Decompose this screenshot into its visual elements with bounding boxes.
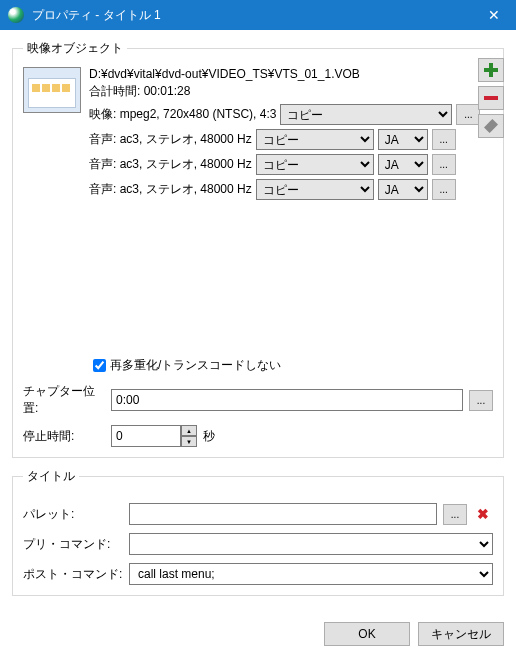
spinner-up-icon[interactable]: ▲	[181, 425, 197, 436]
audio1-codec-select[interactable]: コピー	[256, 129, 374, 150]
plus-icon	[484, 63, 498, 77]
post-command-select[interactable]: call last menu;	[129, 563, 493, 585]
chapter-pos-button[interactable]: ...	[469, 390, 493, 411]
duration-label: 合計時間: 00:01:28	[89, 83, 493, 100]
audio1-options-button[interactable]: ...	[432, 129, 456, 150]
window-title: プロパティ - タイトル 1	[32, 7, 471, 24]
audio1-format-label: 音声: ac3, ステレオ, 48000 Hz	[89, 131, 252, 148]
palette-label: パレット:	[23, 506, 123, 523]
post-command-label: ポスト・コマンド:	[23, 566, 123, 583]
pause-time-label: 停止時間:	[23, 428, 105, 445]
ok-button[interactable]: OK	[324, 622, 410, 646]
audio2-codec-select[interactable]: コピー	[256, 154, 374, 175]
close-icon[interactable]: ✕	[471, 0, 516, 30]
cancel-button[interactable]: キャンセル	[418, 622, 504, 646]
audio3-format-label: 音声: ac3, ステレオ, 48000 Hz	[89, 181, 252, 198]
title-group: タイトル パレット: ... ✖ プリ・コマンド: ポスト・コマンド: call…	[12, 468, 504, 596]
pre-command-select[interactable]	[129, 533, 493, 555]
empty-list-area	[23, 200, 493, 350]
title-bar: プロパティ - タイトル 1 ✕	[0, 0, 516, 30]
video-format-label: 映像: mpeg2, 720x480 (NTSC), 4:3	[89, 106, 276, 123]
video-options-button[interactable]: ...	[456, 104, 480, 125]
audio2-lang-select[interactable]: JA	[378, 154, 428, 175]
video-thumbnail[interactable]	[23, 67, 81, 113]
app-icon	[8, 7, 24, 23]
palette-browse-button[interactable]: ...	[443, 504, 467, 525]
palette-clear-button[interactable]: ✖	[473, 504, 493, 524]
audio2-options-button[interactable]: ...	[432, 154, 456, 175]
no-remux-label: 再多重化/トランスコードしない	[110, 357, 281, 374]
wrench-icon	[484, 119, 498, 133]
chapter-pos-input[interactable]	[111, 389, 463, 411]
audio3-codec-select[interactable]: コピー	[256, 179, 374, 200]
pause-time-spinner[interactable]: ▲ ▼	[111, 425, 197, 447]
pause-time-unit: 秒	[203, 428, 215, 445]
pause-time-input[interactable]	[111, 425, 181, 447]
remove-button[interactable]	[478, 86, 504, 110]
palette-input[interactable]	[129, 503, 437, 525]
chapter-pos-label: チャプター位置:	[23, 383, 105, 417]
audio1-lang-select[interactable]: JA	[378, 129, 428, 150]
properties-button[interactable]	[478, 114, 504, 138]
x-icon: ✖	[477, 506, 489, 522]
video-codec-select[interactable]: コピー	[280, 104, 452, 125]
file-path: D:¥dvd¥vital¥dvd-out¥VIDEO_TS¥VTS_01_1.V…	[89, 67, 493, 81]
title-legend: タイトル	[23, 468, 79, 485]
minus-icon	[484, 96, 498, 100]
pre-command-label: プリ・コマンド:	[23, 536, 123, 553]
audio3-options-button[interactable]: ...	[432, 179, 456, 200]
add-button[interactable]	[478, 58, 504, 82]
video-object-legend: 映像オブジェクト	[23, 40, 127, 57]
no-remux-checkbox[interactable]	[93, 359, 106, 372]
spinner-down-icon[interactable]: ▼	[181, 436, 197, 447]
video-object-group: 映像オブジェクト D:¥dvd¥vital¥dvd-out¥VIDEO_TS¥V…	[12, 40, 504, 458]
audio2-format-label: 音声: ac3, ステレオ, 48000 Hz	[89, 156, 252, 173]
audio3-lang-select[interactable]: JA	[378, 179, 428, 200]
